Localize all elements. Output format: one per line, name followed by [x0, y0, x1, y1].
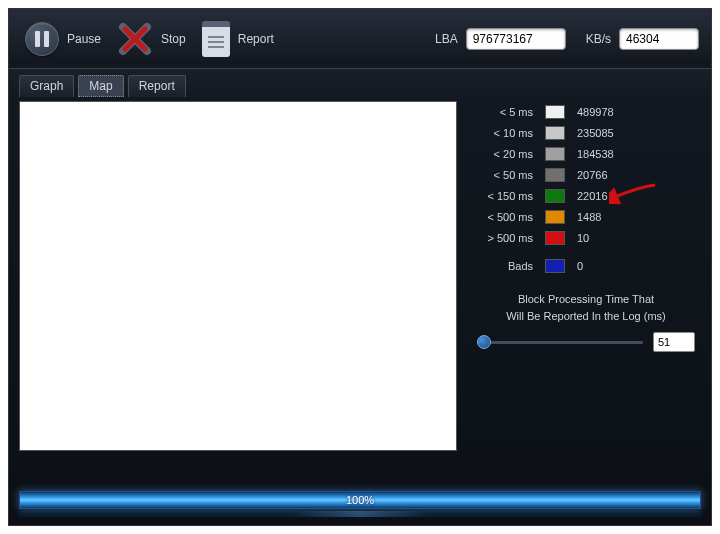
kbs-label: KB/s [586, 32, 611, 46]
legend-value: 489978 [577, 106, 637, 118]
progress-section: 100% [19, 491, 701, 517]
legend-row-50ms: < 50 ms 20766 [477, 168, 695, 182]
legend-value: 22016 [577, 190, 637, 202]
legend-panel: < 5 ms 489978 < 10 ms 235085 < 20 ms 184… [457, 101, 701, 459]
legend-value: 1488 [577, 211, 637, 223]
tab-bar: Graph Map Report [9, 69, 711, 97]
progress-bar: 100% [19, 491, 701, 509]
report-label: Report [238, 32, 274, 46]
legend-row-5ms: < 5 ms 489978 [477, 105, 695, 119]
pause-button[interactable]: Pause [21, 18, 105, 60]
legend-label: < 20 ms [477, 148, 533, 160]
legend-swatch [545, 189, 565, 203]
legend-label: < 500 ms [477, 211, 533, 223]
map-canvas [19, 101, 457, 451]
legend-swatch [545, 168, 565, 182]
legend-row-10ms: < 10 ms 235085 [477, 126, 695, 140]
stop-button[interactable]: Stop [113, 17, 190, 61]
legend-value: 184538 [577, 148, 637, 160]
legend-swatch [545, 105, 565, 119]
tab-report[interactable]: Report [128, 75, 186, 97]
legend-label: > 500 ms [477, 232, 533, 244]
log-threshold-section: Block Processing Time That Will Be Repor… [477, 291, 695, 352]
legend-row-150ms: < 150 ms 22016 [477, 189, 695, 203]
slider-title-2: Will Be Reported In the Log (ms) [477, 308, 695, 325]
stop-icon [117, 21, 153, 57]
content-area: < 5 ms 489978 < 10 ms 235085 < 20 ms 184… [9, 97, 711, 459]
progress-percent: 100% [346, 494, 374, 506]
log-threshold-input[interactable] [653, 332, 695, 352]
legend-row-500ms: < 500 ms 1488 [477, 210, 695, 224]
legend-label: < 5 ms [477, 106, 533, 118]
log-threshold-slider[interactable] [477, 341, 643, 344]
pause-label: Pause [67, 32, 101, 46]
legend-value: 10 [577, 232, 637, 244]
slider-thumb[interactable] [477, 335, 491, 349]
bads-label: Bads [477, 260, 533, 272]
legend-row-gt500ms: > 500 ms 10 [477, 231, 695, 245]
lba-label: LBA [435, 32, 458, 46]
report-button[interactable]: Report [198, 17, 278, 61]
toolbar: Pause Stop Report LBA KB/s [9, 9, 711, 69]
bads-value: 0 [577, 260, 637, 272]
legend-swatch [545, 126, 565, 140]
tab-map[interactable]: Map [78, 75, 123, 97]
legend-swatch [545, 259, 565, 273]
legend-swatch [545, 231, 565, 245]
app-window: Pause Stop Report LBA KB/s Gra [8, 8, 712, 526]
legend-row-20ms: < 20 ms 184538 [477, 147, 695, 161]
legend-label: < 50 ms [477, 169, 533, 181]
legend-label: < 150 ms [477, 190, 533, 202]
legend-swatch [545, 147, 565, 161]
clipboard-icon [202, 21, 230, 57]
slider-title-1: Block Processing Time That [477, 291, 695, 308]
legend-label: < 10 ms [477, 127, 533, 139]
progress-glow [19, 511, 701, 517]
legend-value: 235085 [577, 127, 637, 139]
lba-input[interactable] [466, 28, 566, 50]
legend-swatch [545, 210, 565, 224]
pause-icon [25, 22, 59, 56]
kbs-input[interactable] [619, 28, 699, 50]
legend-value: 20766 [577, 169, 637, 181]
stop-label: Stop [161, 32, 186, 46]
tab-graph[interactable]: Graph [19, 75, 74, 97]
legend-row-bads: Bads 0 [477, 259, 695, 273]
